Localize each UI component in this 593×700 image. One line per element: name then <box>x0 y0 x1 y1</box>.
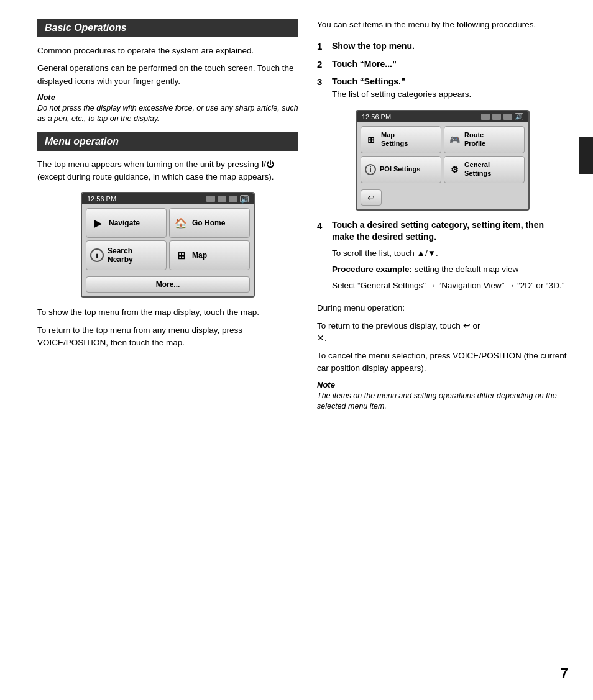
during-menu-section: During menu operation: To return to the … <box>317 302 568 375</box>
step-number-3: 3 <box>317 75 328 101</box>
map-grid-icon: ⊞ <box>173 248 188 263</box>
map-settings-label: MapSettings <box>381 131 408 147</box>
go-home-label: Go Home <box>192 219 225 227</box>
side-tab <box>579 137 593 174</box>
menu-operation-header: Menu operation <box>37 132 298 151</box>
left-column: Basic Operations Common procedures to op… <box>37 19 298 681</box>
nav-time: 12:56 PM <box>87 195 116 202</box>
step-3-sub: The list of setting categories appears. <box>332 88 471 101</box>
nav-icon-2 <box>218 196 226 202</box>
search-nearby-icon: i <box>90 248 104 262</box>
settings-volume-icon: 🔊 <box>515 113 523 120</box>
basic-ops-para2: General operations can be performed on t… <box>37 62 298 88</box>
menu-op-para3: To return to the top menu from any menu … <box>37 324 298 350</box>
step-4-bold: Touch a desired setting category, settin… <box>332 219 568 243</box>
step-1: 1 Show the top menu. <box>317 40 568 54</box>
right-column: You can set items in the menu by the fol… <box>317 19 568 681</box>
general-settings-label: GeneralSettings <box>464 161 491 177</box>
nav-header-icons: 🔊 <box>206 195 249 202</box>
back-button[interactable]: ↩ <box>361 189 382 206</box>
home-icon: 🏠 <box>173 216 188 230</box>
settings-btn-map[interactable]: ⊞ MapSettings <box>361 126 441 153</box>
step-text-3: Touch “Settings.” The list of setting ca… <box>332 75 471 101</box>
step-text-2: Touch “More...” <box>332 58 397 72</box>
settings-grid: ⊞ MapSettings 🎮 RouteProfile i POI Setti… <box>357 122 528 187</box>
step-number-2: 2 <box>317 58 328 72</box>
map-settings-icon: ⊞ <box>365 134 377 146</box>
note-label-2: Note <box>317 380 568 389</box>
step-4-detail1: To scroll the list, touch ▲/▼. <box>332 247 568 260</box>
nav-screen-footer: More... <box>82 274 254 296</box>
right-intro: You can set items in the menu by the fol… <box>317 19 568 31</box>
during-menu-para2: To return to the previous display, touch… <box>317 320 568 345</box>
settings-icon-2 <box>492 114 501 120</box>
step-4-procedure: Procedure example: setting the default m… <box>332 263 568 276</box>
poi-settings-icon: i <box>365 164 376 175</box>
step-number-1: 1 <box>317 40 328 54</box>
nav-btn-search-nearby[interactable]: i SearchNearby <box>86 240 167 270</box>
nav-icon-3 <box>229 196 237 202</box>
step-text-1: Show the top menu. <box>332 40 415 54</box>
steps-1-3: 1 Show the top menu. 2 Touch “More...” 3… <box>317 40 568 101</box>
route-profile-icon: 🎮 <box>448 134 461 146</box>
step-4-example: Select “General Settings” → “Navigation … <box>332 280 568 292</box>
step-4: 4 Touch a desired setting category, sett… <box>317 219 568 296</box>
nav-screen-mock: 12:56 PM 🔊 ▶ Navigate 🏠 Go Home <box>81 192 255 298</box>
menu-op-para1: The top menu appears when turning on the… <box>37 158 298 184</box>
note-label-1: Note <box>37 93 298 102</box>
map-label: Map <box>192 251 207 260</box>
basic-ops-para1: Common procedures to operate the system … <box>37 45 298 57</box>
during-menu-para1: During menu operation: <box>317 302 568 314</box>
navigate-icon: ▶ <box>90 216 105 230</box>
settings-icon-3 <box>503 114 512 120</box>
menu-op-para2: To show the top menu from the map displa… <box>37 306 298 319</box>
nav-icon-1 <box>206 196 215 202</box>
step-3: 3 Touch “Settings.” The list of setting … <box>317 75 568 101</box>
step-4-content: Touch a desired setting category, settin… <box>332 219 568 296</box>
step-number-4: 4 <box>317 219 328 296</box>
nav-btn-navigate[interactable]: ▶ Navigate <box>86 208 167 238</box>
settings-time: 12:56 PM <box>362 113 391 120</box>
settings-btn-poi[interactable]: i POI Settings <box>361 156 441 183</box>
settings-screen-mock: 12:56 PM 🔊 ⊞ MapSettings 🎮 RouteProfil <box>356 110 530 211</box>
nav-btn-go-home[interactable]: 🏠 Go Home <box>169 208 250 238</box>
basic-operations-header: Basic Operations <box>37 19 298 37</box>
search-nearby-label: SearchNearby <box>108 247 133 265</box>
more-button[interactable]: More... <box>86 276 250 293</box>
nav-btn-map[interactable]: ⊞ Map <box>169 240 250 270</box>
step-2: 2 Touch “More...” <box>317 58 568 72</box>
nav-volume-icon: 🔊 <box>240 195 249 202</box>
settings-header-icons: 🔊 <box>481 113 523 120</box>
navigate-label: Navigate <box>109 219 140 227</box>
settings-btn-general[interactable]: ⚙ GeneralSettings <box>444 156 525 183</box>
note-text-1: Do not press the display with excessive … <box>37 103 298 125</box>
settings-screen-header: 12:56 PM 🔊 <box>357 111 528 122</box>
nav-screen-header: 12:56 PM 🔊 <box>82 193 254 204</box>
note-text-2: The items on the menu and setting operat… <box>317 391 568 412</box>
settings-screen-footer: ↩ <box>357 187 528 209</box>
page-number: 7 <box>561 665 568 681</box>
settings-btn-route[interactable]: 🎮 RouteProfile <box>444 126 525 153</box>
general-settings-icon: ⚙ <box>448 163 461 176</box>
poi-settings-label: POI Settings <box>380 165 420 173</box>
during-menu-para3: To cancel the menu selection, press VOIC… <box>317 350 568 375</box>
route-profile-label: RouteProfile <box>464 131 485 147</box>
settings-icon-1 <box>481 114 490 120</box>
nav-screen-body: ▶ Navigate 🏠 Go Home i SearchNearby ⊞ Ma… <box>82 204 254 274</box>
